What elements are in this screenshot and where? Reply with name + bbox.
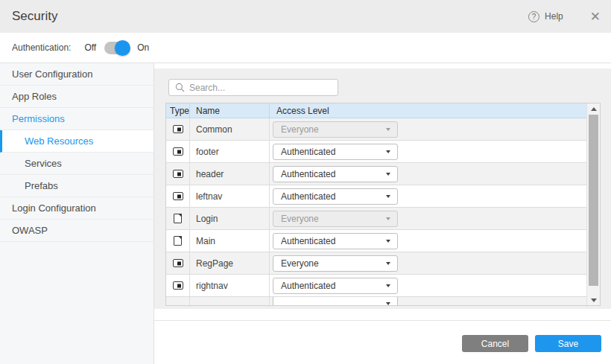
partial-icon (173, 259, 183, 267)
chevron-down-icon (386, 240, 390, 243)
access-level-select[interactable]: Everyone (273, 255, 398, 272)
settings-sidebar: User Configuration App Roles Permissions… (0, 63, 154, 364)
sidebar-item-prefabs[interactable]: Prefabs (0, 175, 153, 197)
access-level-cell: Authenticated (270, 141, 586, 162)
security-dialog: Security ? Help ✕ Authentication: Off On… (0, 0, 611, 364)
table-row-footer: footer Authenticated (166, 141, 586, 163)
access-level-select[interactable]: Authenticated (273, 144, 398, 160)
access-level-select: Everyone (273, 121, 398, 138)
table-row-regpage: RegPage Everyone (166, 252, 586, 275)
titlebar: Security ? Help ✕ (0, 0, 611, 33)
toggle-on-label: On (137, 42, 149, 53)
help-button[interactable]: ? Help (528, 11, 563, 22)
resource-name: Main (196, 236, 215, 246)
resource-name: rightnav (196, 281, 228, 291)
authentication-label: Authentication: (12, 42, 71, 53)
access-level-cell: Everyone (270, 252, 586, 274)
sidebar-item-permissions[interactable]: Permissions (0, 108, 153, 130)
chevron-down-icon (386, 302, 390, 305)
close-icon[interactable]: ✕ (590, 10, 601, 23)
name-cell: RegPage (190, 252, 270, 274)
page-icon (174, 214, 182, 223)
scroll-down-arrow-icon[interactable] (587, 295, 600, 305)
sidebar-item-app-roles[interactable]: App Roles (0, 86, 153, 108)
sidebar-item-label: Permissions (12, 113, 65, 124)
sidebar-item-web-resources[interactable]: Web Resources (0, 130, 153, 153)
access-level-select[interactable] (273, 297, 398, 305)
chevron-down-icon (386, 217, 390, 220)
chevron-down-icon (386, 195, 390, 198)
type-cell (166, 208, 190, 229)
sidebar-item-label: App Roles (12, 91, 57, 102)
resource-name: leftnav (196, 191, 222, 202)
resource-name: RegPage (196, 258, 233, 269)
access-level-value: Authenticated (281, 169, 335, 179)
access-level-cell: Authenticated (270, 275, 586, 296)
column-header-type: Type (166, 103, 190, 118)
name-cell: footer (190, 141, 270, 162)
authentication-toggle[interactable] (104, 42, 129, 54)
save-button[interactable]: Save (535, 335, 601, 352)
access-level-cell: Authenticated (270, 185, 586, 207)
page-icon (174, 236, 182, 246)
help-icon: ? (528, 11, 539, 22)
resource-name: footer (196, 147, 219, 157)
access-level-select[interactable]: Authenticated (273, 188, 398, 205)
table-row-rightnav: rightnav Authenticated (166, 275, 586, 297)
name-cell: rightnav (190, 275, 270, 296)
access-level-value: Everyone (281, 124, 319, 135)
sidebar-item-label: Login Configuration (12, 202, 96, 214)
search-box (168, 79, 338, 96)
resource-name: Login (196, 214, 218, 224)
access-level-value: Authenticated (281, 236, 335, 246)
sidebar-item-user-configuration[interactable]: User Configuration (0, 63, 153, 86)
authentication-bar: Authentication: Off On (0, 33, 611, 63)
scrollbar-thumb[interactable] (589, 115, 598, 286)
toggle-knob (115, 40, 130, 56)
type-cell (166, 163, 190, 185)
toggle-off-label: Off (84, 42, 96, 53)
search-input[interactable] (189, 83, 338, 93)
partial-icon (173, 147, 183, 156)
footer-divider (154, 320, 611, 321)
help-label: Help (545, 11, 563, 22)
sidebar-item-label: Web Resources (25, 135, 93, 147)
chevron-down-icon (386, 284, 390, 287)
sidebar-item-login-configuration[interactable]: Login Configuration (0, 197, 153, 220)
table-scrollbar[interactable] (586, 103, 600, 305)
partial-icon (173, 125, 183, 133)
access-level-value: Everyone (281, 214, 319, 224)
web-resources-table: Type Name Access Level Common Everyone f… (165, 103, 601, 306)
access-level-select[interactable]: Authenticated (273, 233, 398, 249)
type-cell (166, 118, 190, 140)
access-level-value: Authenticated (281, 191, 335, 202)
table-row-header: header Authenticated (166, 163, 586, 185)
resource-name: header (196, 169, 224, 179)
table-header: Type Name Access Level (166, 103, 586, 118)
type-cell (166, 230, 190, 252)
chevron-down-icon (386, 128, 390, 131)
type-cell (166, 275, 190, 296)
access-level-select[interactable]: Authenticated (273, 166, 398, 182)
sidebar-item-owasp[interactable]: OWASP (0, 220, 153, 242)
name-cell: Common (190, 118, 270, 140)
type-cell (166, 297, 190, 305)
column-header-access-level: Access Level (270, 103, 586, 118)
resource-name: Common (196, 124, 232, 135)
column-header-name: Name (190, 103, 270, 118)
name-cell: Main (190, 230, 270, 252)
scroll-up-arrow-icon[interactable] (587, 103, 600, 114)
main-content: Type Name Access Level Common Everyone f… (154, 63, 611, 364)
table-row-login: Login Everyone (166, 208, 586, 230)
access-level-select[interactable]: Authenticated (273, 278, 398, 294)
table-row-main: Main Authenticated (166, 230, 586, 252)
access-level-value: Authenticated (281, 281, 335, 291)
cancel-button[interactable]: Cancel (462, 335, 528, 352)
name-cell (190, 297, 270, 305)
access-level-cell (270, 297, 586, 305)
access-level-value: Authenticated (281, 147, 335, 157)
permissions-panel: Type Name Access Level Common Everyone f… (154, 68, 611, 309)
name-cell: header (190, 163, 270, 185)
access-level-select: Everyone (273, 211, 398, 227)
sidebar-item-services[interactable]: Services (0, 153, 153, 175)
